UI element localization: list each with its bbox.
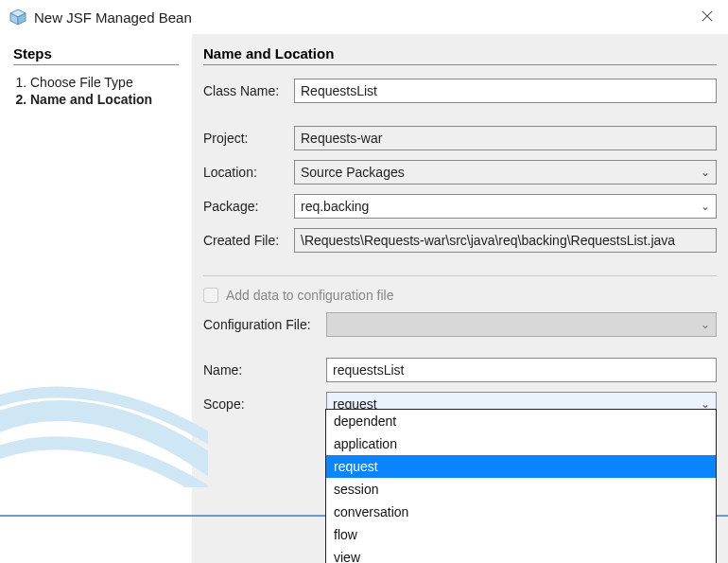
scope-option[interactable]: request (326, 455, 716, 478)
add-config-checkbox (203, 288, 218, 303)
scope-option[interactable]: session (326, 478, 716, 501)
chevron-down-icon: ⌄ (701, 318, 710, 331)
project-label: Project: (203, 131, 294, 146)
location-combo[interactable]: Source Packages ⌄ (294, 160, 717, 185)
scope-option[interactable]: view (326, 546, 716, 563)
chevron-down-icon: ⌄ (701, 166, 710, 179)
steps-panel: Steps Choose File Type Name and Location (0, 34, 192, 563)
scope-option[interactable]: flow (326, 523, 716, 546)
configfile-combo: ⌄ (326, 312, 717, 337)
close-icon[interactable] (696, 6, 719, 28)
separator (203, 275, 717, 276)
step-item: Name and Location (30, 92, 179, 107)
configfile-label: Configuration File: (203, 317, 326, 332)
chevron-down-icon: ⌄ (701, 200, 710, 213)
classname-input[interactable] (294, 79, 717, 103)
location-value: Source Packages (301, 165, 405, 180)
classname-label: Class Name: (203, 83, 294, 98)
package-value: req.backing (301, 199, 369, 214)
createdfile-label: Created File: (203, 233, 294, 248)
location-label: Location: (203, 165, 294, 180)
scope-dropdown[interactable]: dependentapplicationrequestsessionconver… (325, 409, 717, 563)
name-input[interactable] (326, 358, 717, 382)
package-label: Package: (203, 199, 294, 214)
scope-option[interactable]: application (326, 432, 716, 455)
steps-heading: Steps (13, 45, 179, 65)
package-combo[interactable]: req.backing ⌄ (294, 194, 717, 219)
window-title: New JSF Managed Bean (34, 9, 192, 26)
step-item: Choose File Type (30, 75, 179, 90)
scope-option[interactable]: conversation (326, 501, 716, 523)
form-heading: Name and Location (203, 45, 717, 65)
wizard-decoration (0, 364, 208, 487)
titlebar: New JSF Managed Bean (0, 0, 728, 34)
steps-list: Choose File Type Name and Location (13, 75, 179, 107)
add-config-label: Add data to configuration file (226, 288, 393, 303)
scope-label: Scope: (203, 396, 326, 412)
cube-icon (9, 9, 26, 26)
project-field: Requests-war (294, 126, 717, 150)
name-label: Name: (203, 362, 326, 378)
scope-option[interactable]: dependent (326, 410, 716, 432)
createdfile-field: \Requests\Requests-war\src\java\req\back… (294, 228, 717, 253)
